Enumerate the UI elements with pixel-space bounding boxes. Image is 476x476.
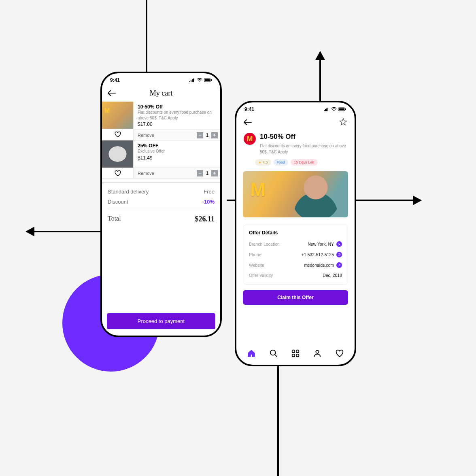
qty-decrease-button[interactable]: −	[197, 170, 203, 176]
phone-icon[interactable]: ✆	[336, 252, 342, 257]
arrow-left-icon	[244, 119, 252, 125]
offer-hero-image: M	[243, 171, 348, 217]
detail-value: New York, NY	[308, 242, 334, 246]
grid-icon	[291, 349, 300, 358]
svg-point-20	[316, 351, 319, 353]
svg-line-15	[274, 355, 277, 357]
search-icon	[269, 349, 278, 358]
location-icon[interactable]: ➤	[336, 241, 342, 247]
svg-rect-19	[296, 354, 299, 357]
star-icon: ★	[258, 160, 261, 164]
days-left-chip: 15 Days Left	[291, 159, 318, 166]
proceed-to-payment-button[interactable]: Proceed to payment	[107, 313, 215, 329]
svg-rect-18	[292, 354, 295, 357]
total-label: Total	[108, 215, 121, 223]
delivery-value: Free	[204, 189, 215, 195]
status-bar: 9:41	[236, 102, 355, 114]
offer-screen: 9:41 M 10-50% Off Flat discounts on ever…	[235, 101, 356, 366]
qty-increase-button[interactable]: +	[211, 170, 218, 176]
page-title: My cart	[150, 89, 172, 98]
remove-button[interactable]: Remove	[138, 171, 154, 176]
detail-value: mcdonalds.com	[304, 263, 334, 268]
signal-icon	[324, 107, 329, 111]
item-title: 25% OFF	[138, 143, 216, 149]
favorite-button[interactable]	[102, 129, 133, 139]
cart-item: 10-50% Off Flat discounts on every food …	[102, 102, 220, 140]
detail-label: Website	[249, 263, 264, 268]
item-price: $11.49	[138, 155, 216, 161]
svg-rect-8	[325, 109, 326, 111]
svg-rect-1	[191, 80, 191, 82]
brand-logo: M	[244, 133, 256, 145]
person-icon	[313, 349, 322, 358]
battery-icon	[204, 78, 212, 82]
nav-categories[interactable]	[291, 348, 300, 358]
category-chip: Food	[274, 159, 289, 166]
total-value: $26.11	[195, 215, 215, 223]
star-icon	[339, 118, 347, 126]
nav-profile[interactable]	[312, 348, 322, 358]
order-summary: Standard delivery Free Discount -10% Tot…	[102, 183, 220, 223]
detail-row-validity: Offer Validity Dec, 2018	[249, 270, 342, 280]
svg-rect-13	[345, 108, 346, 110]
brand-arch-icon: M	[250, 178, 266, 200]
status-bar: 9:41	[102, 73, 220, 85]
home-icon	[247, 349, 256, 358]
detail-label: Offer Validity	[249, 273, 273, 278]
arrow-left-icon	[108, 90, 116, 96]
status-time: 9:41	[110, 77, 120, 83]
back-button[interactable]	[244, 119, 252, 127]
item-description: Flat discounts on every food purchase on…	[138, 110, 216, 121]
svg-rect-6	[211, 79, 212, 81]
offer-description: Flat discounts on every food purchase on…	[260, 143, 347, 155]
qty-increase-button[interactable]: +	[211, 132, 218, 138]
back-button[interactable]	[108, 89, 116, 98]
quantity-stepper: − 1 +	[197, 132, 218, 138]
detail-value: Dec, 2018	[323, 273, 342, 278]
cart-screen: 9:41 My cart 10-50% Off Flat discounts o…	[100, 72, 222, 337]
decorative-line	[146, 0, 147, 81]
qty-value: 1	[203, 170, 211, 176]
item-thumbnail	[102, 102, 133, 129]
details-heading: Offer Details	[249, 230, 342, 236]
svg-rect-16	[292, 350, 295, 353]
svg-rect-7	[324, 110, 325, 111]
rating-chip: ★4.5	[255, 159, 271, 166]
item-thumbnail	[102, 140, 133, 168]
detail-label: Branch Location	[249, 242, 280, 246]
discount-label: Discount	[108, 199, 128, 205]
cart-header: My cart	[102, 85, 220, 102]
discount-value: -10%	[202, 199, 215, 205]
nav-search[interactable]	[269, 348, 278, 358]
offer-title: 10-50% Off	[260, 133, 347, 141]
favorite-button[interactable]	[102, 168, 133, 178]
claim-offer-button[interactable]: Claim this Offer	[243, 290, 348, 305]
svg-rect-9	[326, 108, 327, 111]
remove-button[interactable]: Remove	[138, 133, 154, 138]
wifi-icon	[197, 78, 202, 82]
qty-decrease-button[interactable]: −	[197, 132, 203, 138]
svg-rect-17	[296, 350, 299, 353]
svg-rect-2	[192, 79, 193, 82]
heart-icon	[115, 170, 121, 176]
item-description: Exclusive Offer	[138, 149, 216, 154]
wifi-icon	[331, 107, 337, 111]
delivery-label: Standard delivery	[108, 189, 149, 195]
svg-rect-0	[189, 81, 190, 82]
heart-icon	[335, 349, 344, 358]
status-icons	[189, 78, 212, 82]
svg-rect-12	[339, 108, 344, 110]
battery-icon	[338, 107, 346, 111]
link-icon[interactable]: ↗	[336, 262, 342, 268]
signal-icon	[189, 78, 195, 82]
favorite-button[interactable]	[339, 118, 347, 128]
bottom-nav	[236, 344, 355, 365]
svg-rect-3	[193, 79, 194, 82]
nav-favorites[interactable]	[335, 348, 344, 358]
nav-home[interactable]	[246, 348, 256, 358]
cart-item: 25% OFF Exclusive Offer $11.49 Remove − …	[102, 140, 220, 178]
svg-point-14	[270, 350, 275, 355]
heart-icon	[115, 132, 121, 137]
detail-row-website: Website mcdonalds.com ↗	[249, 260, 342, 270]
rating-value: 4.5	[263, 160, 268, 164]
